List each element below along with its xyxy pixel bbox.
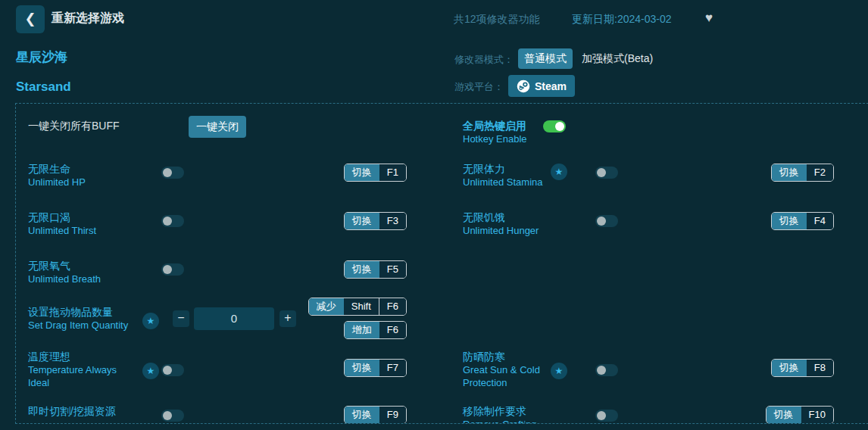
feature-count-text: 共12项修改器功能 xyxy=(454,13,540,26)
hotkey-button[interactable]: 切换F2 xyxy=(771,164,834,182)
feature-label-en: Great Sun & Cold Protection xyxy=(463,363,557,389)
quantity-input[interactable]: 0 xyxy=(194,307,274,330)
feature-label-en: Temperature Always Ideal xyxy=(28,363,123,389)
feature-label-cn: 温度理想 xyxy=(28,350,148,363)
hotkey-action-label: 切换 xyxy=(345,164,379,181)
feature-toggle[interactable] xyxy=(161,263,184,276)
hotkey-key-label: F2 xyxy=(807,164,833,181)
close-all-buff-label: 一键关闭所有BUFF xyxy=(28,120,120,133)
feature-label-en: Set Drag Item Quantity xyxy=(28,319,148,332)
feature-toggle[interactable] xyxy=(161,364,184,376)
hotkey-key-label: F9 xyxy=(379,407,406,423)
star-icon: ★ xyxy=(551,164,567,180)
hotkey-key-label: F1 xyxy=(379,164,406,181)
hotkey-button[interactable]: 切换F8 xyxy=(771,359,834,377)
feature-label-cn: 设置拖动物品数量 xyxy=(28,305,148,319)
steam-button-label: Steam xyxy=(535,80,567,92)
cheat-panel: 一键关闭所有BUFF 一键关闭 全局热键启用Hotkey Enable无限生命U… xyxy=(15,103,868,424)
star-icon: ★ xyxy=(142,313,159,329)
hotkey-button[interactable]: 切换F5 xyxy=(344,260,407,279)
hotkey-action-label: 减少 xyxy=(309,298,344,315)
feature-label-en: Unlimited Thirst xyxy=(28,224,148,237)
feature-label-cn: 无限口渴 xyxy=(28,210,148,224)
feature-toggle[interactable] xyxy=(161,215,184,227)
feature-label-en: Remove Crafting xyxy=(463,418,582,424)
hotkey-key-label: F4 xyxy=(807,213,833,229)
hotkey-button[interactable]: 切换F7 xyxy=(344,359,407,377)
feature-toggle[interactable] xyxy=(543,120,566,132)
hotkey-key-label: F8 xyxy=(807,360,833,376)
hotkey-key-label: F6 xyxy=(379,322,406,338)
hotkey-action-label: 切换 xyxy=(772,164,807,181)
feature-toggle[interactable] xyxy=(595,167,618,179)
star-icon: ★ xyxy=(551,363,567,379)
page-title: 重新选择游戏 xyxy=(52,11,124,26)
hotkey-action-label: 切换 xyxy=(772,213,807,229)
trainer-mode-label: 修改器模式： xyxy=(454,53,514,67)
feature-toggle[interactable] xyxy=(595,215,618,227)
hotkey-action-label: 切换 xyxy=(345,213,379,229)
hotkey-action-label: 切换 xyxy=(345,261,379,278)
game-platform-label: 游戏平台： xyxy=(454,80,504,94)
hotkey-button[interactable]: 切换F4 xyxy=(771,212,834,230)
hotkey-button[interactable]: 切换F10 xyxy=(766,406,834,424)
feature-label-cn: 防晒防寒 xyxy=(463,350,582,363)
hotkey-key-label: F6 xyxy=(379,298,406,315)
quantity-minus-button[interactable]: − xyxy=(173,310,189,327)
favorite-heart-icon[interactable]: ♥ xyxy=(705,11,713,26)
feature-toggle[interactable] xyxy=(161,410,184,422)
hotkey-button[interactable]: 增加F6 xyxy=(344,321,407,339)
hotkey-button[interactable]: 切换F3 xyxy=(344,212,407,230)
mode-normal-button[interactable]: 普通模式 xyxy=(518,48,573,69)
feature-label-en: Unlimited Hunger xyxy=(463,224,582,237)
hotkey-action-label: 切换 xyxy=(772,360,807,376)
update-date-text: 更新日期:2024-03-02 xyxy=(572,13,672,26)
star-icon: ★ xyxy=(142,363,159,379)
feature-label-en: Unlimited HP xyxy=(28,176,148,189)
feature-label-cn: 无限生命 xyxy=(28,162,148,176)
feature-label-cn: 无限氧气 xyxy=(28,259,148,273)
hotkey-action-label: 切换 xyxy=(767,407,801,423)
feature-label-cn: 无限饥饿 xyxy=(463,210,582,224)
steam-icon xyxy=(517,79,530,93)
hotkey-key-label: Shift xyxy=(344,298,379,315)
hotkey-action-label: 切换 xyxy=(345,360,379,376)
feature-label-cn: 即时切割/挖掘资源 xyxy=(28,404,148,418)
steam-platform-button[interactable]: Steam xyxy=(508,75,575,97)
mode-enhanced-button[interactable]: 加强模式(Beta) xyxy=(582,52,653,66)
hotkey-key-label: F7 xyxy=(379,360,406,376)
hotkey-key-label: F3 xyxy=(379,213,406,229)
feature-label-cn: 移除制作要求 xyxy=(463,404,582,418)
hotkey-action-label: 切换 xyxy=(345,407,379,423)
close-all-buff-button[interactable]: 一键关闭 xyxy=(189,116,246,138)
feature-label-en: Hotkey Enable xyxy=(463,132,582,145)
quantity-plus-button[interactable]: + xyxy=(279,310,296,327)
hotkey-key-label: F5 xyxy=(379,261,406,278)
game-title-cn: 星辰沙海 xyxy=(16,48,67,66)
hotkey-key-label: F10 xyxy=(801,407,833,423)
back-button[interactable]: ❮ xyxy=(16,5,45,33)
feature-toggle[interactable] xyxy=(161,167,184,179)
hotkey-button[interactable]: 减少ShiftF6 xyxy=(308,298,407,316)
hotkey-button[interactable]: 切换F9 xyxy=(344,406,407,424)
feature-toggle[interactable] xyxy=(595,364,618,376)
game-title-en: Starsand xyxy=(16,79,71,95)
feature-label-en: Unlimited Breath xyxy=(28,273,148,285)
hotkey-button[interactable]: 切换F1 xyxy=(344,164,407,182)
feature-toggle[interactable] xyxy=(595,410,618,422)
hotkey-action-label: 增加 xyxy=(345,322,379,338)
